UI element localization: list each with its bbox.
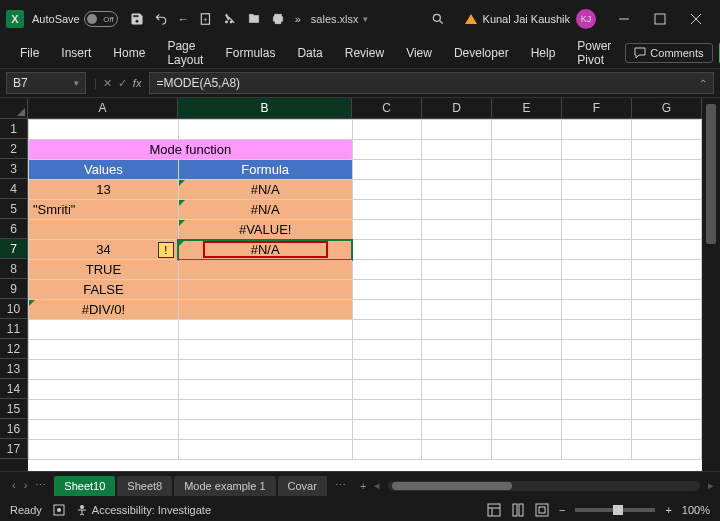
filename-label[interactable]: sales.xlsx — [311, 13, 359, 25]
cell[interactable] — [562, 180, 632, 200]
cell[interactable] — [562, 240, 632, 260]
row-header[interactable]: 11 — [0, 319, 28, 339]
tab-view[interactable]: View — [398, 42, 440, 64]
cell[interactable] — [562, 140, 632, 160]
tab-insert[interactable]: Insert — [53, 42, 99, 64]
cell[interactable] — [632, 140, 702, 160]
cell[interactable] — [422, 240, 492, 260]
cell[interactable] — [492, 240, 562, 260]
tab-home[interactable]: Home — [105, 42, 153, 64]
row-header[interactable]: 1 — [0, 119, 28, 139]
cell[interactable] — [632, 260, 702, 280]
cell[interactable] — [562, 400, 632, 420]
vertical-scrollbar[interactable] — [702, 98, 720, 471]
sheet-tab[interactable]: Sheet8 — [117, 476, 172, 496]
cell[interactable] — [562, 200, 632, 220]
user-avatar[interactable]: KJ — [576, 9, 596, 29]
tab-next-icon[interactable]: › — [24, 479, 28, 492]
cell[interactable] — [352, 400, 422, 420]
cell[interactable] — [562, 360, 632, 380]
cell[interactable] — [352, 140, 422, 160]
column-header[interactable]: E — [492, 98, 562, 119]
cell[interactable] — [352, 340, 422, 360]
fx-icon[interactable]: fx — [133, 77, 142, 89]
cell[interactable] — [422, 260, 492, 280]
cell[interactable] — [29, 220, 179, 240]
close-button[interactable] — [678, 4, 714, 34]
row-header[interactable]: 8 — [0, 259, 28, 279]
cell[interactable] — [352, 200, 422, 220]
cell[interactable] — [632, 340, 702, 360]
cell[interactable]: Mode function — [29, 140, 353, 160]
tab-data[interactable]: Data — [289, 42, 330, 64]
cell[interactable] — [352, 320, 422, 340]
cell[interactable] — [29, 420, 179, 440]
select-all-corner[interactable] — [0, 98, 28, 119]
cell[interactable] — [178, 420, 352, 440]
cell[interactable] — [178, 120, 352, 140]
cell[interactable] — [422, 220, 492, 240]
cell[interactable] — [422, 180, 492, 200]
cell[interactable] — [178, 440, 352, 460]
cell[interactable] — [632, 220, 702, 240]
cut-icon[interactable] — [223, 12, 237, 26]
namebox-dropdown-icon[interactable]: ▾ — [74, 78, 79, 88]
cell[interactable] — [422, 120, 492, 140]
cell[interactable] — [29, 340, 179, 360]
cell[interactable] — [422, 340, 492, 360]
sheet-tab[interactable]: Sheet10 — [54, 476, 115, 496]
cell[interactable] — [632, 240, 702, 260]
cell[interactable] — [29, 440, 179, 460]
cell[interactable] — [422, 320, 492, 340]
new-sheet-button[interactable]: + — [354, 480, 372, 492]
view-page-break-icon[interactable] — [535, 503, 549, 517]
cell[interactable] — [29, 380, 179, 400]
cell[interactable] — [422, 200, 492, 220]
sheet-tab[interactable]: Mode example 1 — [174, 476, 275, 496]
print-icon[interactable] — [271, 12, 285, 26]
cell[interactable]: 13 — [29, 180, 179, 200]
cell[interactable] — [492, 400, 562, 420]
tab-file[interactable]: File — [12, 42, 47, 64]
cell[interactable]: TRUE — [29, 260, 179, 280]
cell[interactable] — [178, 320, 352, 340]
worksheet-grid[interactable]: Mode functionValuesFormula13#N/A"Smriti"… — [28, 119, 702, 460]
column-header[interactable]: A — [28, 98, 178, 119]
cell[interactable] — [632, 160, 702, 180]
tab-formulas[interactable]: Formulas — [217, 42, 283, 64]
row-header[interactable]: 14 — [0, 379, 28, 399]
cell[interactable] — [422, 380, 492, 400]
row-header[interactable]: 5 — [0, 199, 28, 219]
row-header[interactable]: 9 — [0, 279, 28, 299]
tab-help[interactable]: Help — [523, 42, 564, 64]
cell[interactable] — [178, 340, 352, 360]
column-header[interactable]: D — [422, 98, 492, 119]
zoom-out-button[interactable]: − — [559, 504, 565, 516]
column-header[interactable]: C — [352, 98, 422, 119]
cell[interactable] — [492, 140, 562, 160]
cell[interactable] — [178, 260, 352, 280]
cell[interactable] — [422, 440, 492, 460]
cell[interactable] — [492, 320, 562, 340]
minimize-button[interactable] — [606, 4, 642, 34]
zoom-level[interactable]: 100% — [682, 504, 710, 516]
cell[interactable] — [422, 280, 492, 300]
cell[interactable] — [562, 440, 632, 460]
cell[interactable] — [492, 280, 562, 300]
cell[interactable]: #N/A — [178, 240, 352, 260]
cell[interactable] — [562, 300, 632, 320]
horizontal-scrollbar[interactable] — [388, 481, 700, 491]
cell[interactable]: Values — [29, 160, 179, 180]
cell[interactable] — [178, 300, 352, 320]
cell[interactable]: "Smriti" — [29, 200, 179, 220]
cell[interactable] — [562, 260, 632, 280]
cell[interactable] — [352, 380, 422, 400]
cell[interactable] — [492, 440, 562, 460]
cell[interactable] — [562, 320, 632, 340]
column-header[interactable]: B — [178, 98, 352, 119]
cell[interactable] — [562, 280, 632, 300]
cell[interactable] — [632, 440, 702, 460]
cell[interactable] — [352, 300, 422, 320]
tab-review[interactable]: Review — [337, 42, 392, 64]
cell[interactable] — [422, 140, 492, 160]
